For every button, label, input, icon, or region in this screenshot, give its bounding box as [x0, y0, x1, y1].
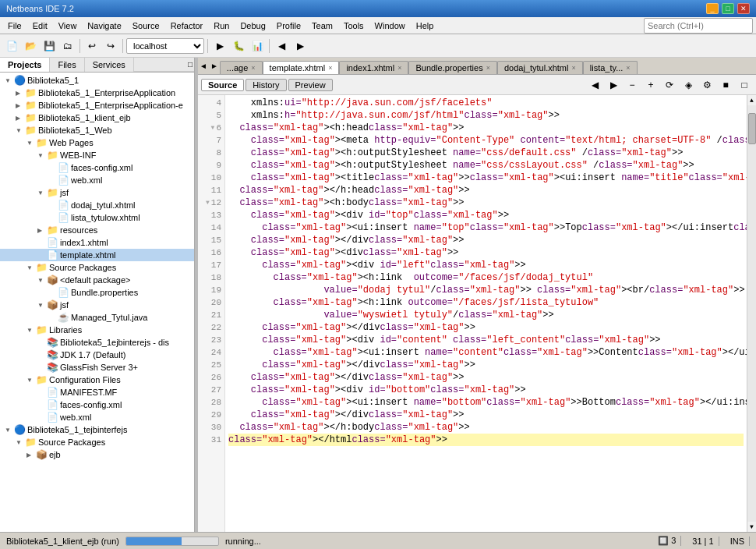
open-file-button[interactable]: 📂	[22, 37, 39, 55]
tree-arrow-icon[interactable]: ▼	[16, 127, 23, 134]
menu-debug[interactable]: Debug	[235, 19, 270, 32]
tree-item[interactable]: 📄template.xhtml	[0, 249, 194, 261]
save-button[interactable]: 💾	[41, 37, 58, 55]
code-line[interactable]: class="xml-tag"></divclass="xml-tag">>	[228, 371, 744, 384]
code-line[interactable]: class="xml-tag"><h:outputStylesheet name…	[228, 159, 744, 172]
menu-tools[interactable]: Tools	[339, 19, 369, 32]
file-tab-bundle-close[interactable]: ×	[486, 64, 490, 72]
file-tab-dodaj[interactable]: dodaj_tytul.xhtml ×	[497, 61, 583, 74]
tree-item[interactable]: ▼📦<default package>	[0, 274, 194, 286]
code-line[interactable]: class="xml-tag"><div id="left"class="xml…	[228, 259, 744, 271]
code-line[interactable]: class="xml-tag"><div id="content" class=…	[228, 334, 744, 346]
tree-arrow-icon[interactable]: ▼	[16, 439, 23, 446]
tab-scroll-left[interactable]: ◄	[198, 62, 209, 70]
tree-item[interactable]: 📄lista_tytulow.xhtml	[0, 211, 194, 224]
code-line[interactable]: class="xml-tag"><h:bodyclass="xml-tag">>	[228, 197, 744, 209]
file-tab-index-close[interactable]: ×	[397, 64, 401, 72]
source-tab-button[interactable]: Source	[201, 79, 244, 91]
code-line[interactable]: class="xml-tag"><h:link outcome="/faces/…	[228, 271, 744, 284]
code-line[interactable]: class="xml-tag"><meta http-equiv="Conten…	[228, 134, 744, 147]
tree-item[interactable]: ▼🔵Biblioteka5_1	[0, 74, 194, 87]
tree-item[interactable]: ☕Managed_Tytul.java	[0, 311, 194, 324]
profile-button[interactable]: 📊	[249, 37, 266, 55]
file-tab-bundle[interactable]: Bundle.properties ×	[408, 61, 497, 74]
menu-team[interactable]: Team	[307, 19, 337, 32]
tree-item[interactable]: 📄web.xml	[0, 174, 194, 186]
tree-item[interactable]: ▼📁Source Packages	[0, 436, 194, 448]
tree-item[interactable]: 📚Biblioteka5_1ejbinterejs - dis	[0, 336, 194, 349]
tree-item[interactable]: ▼📦jsf	[0, 299, 194, 311]
tree-item[interactable]: 📄faces-config.xml	[0, 161, 194, 174]
file-tab-lista[interactable]: lista_ty... ×	[583, 61, 638, 74]
code-line[interactable]: class="xml-tag"><ui:insert name="content…	[228, 346, 744, 359]
tree-arrow-icon[interactable]: ▼	[37, 277, 45, 284]
sidebar-tab-projects[interactable]: Projects	[0, 58, 50, 72]
sidebar-collapse-icon[interactable]: □	[188, 60, 193, 69]
tree-item[interactable]: ▼🔵Biblioteka5_1_tejbinterfejs	[0, 423, 194, 436]
tree-item[interactable]: ▼📁Web Pages	[0, 136, 194, 149]
tree-arrow-icon[interactable]: ▼	[26, 140, 34, 147]
menu-run[interactable]: Run	[209, 19, 234, 32]
tree-item[interactable]: 📚JDK 1.7 (Default)	[0, 349, 194, 361]
preview-tab-button[interactable]: Preview	[288, 79, 333, 91]
undo-button[interactable]: ↩	[83, 37, 101, 55]
editor-action-4[interactable]: ◈	[680, 76, 697, 94]
menu-file[interactable]: File	[3, 19, 26, 32]
code-line[interactable]: class="xml-tag"><div id="bottom"class="x…	[228, 384, 744, 396]
menu-edit[interactable]: Edit	[28, 19, 52, 32]
sidebar-tab-files[interactable]: Files	[50, 58, 84, 72]
tree-arrow-icon[interactable]: ▼	[26, 264, 34, 271]
tree-item[interactable]: ▶📁Biblioteka5_1_EnterpriseApplication	[0, 87, 194, 99]
tree-arrow-icon[interactable]: ▼	[37, 189, 45, 197]
tree-item[interactable]: 📄dodaj_tytul.xhtml	[0, 199, 194, 211]
vertical-scrollbar[interactable]: ▲ ▼	[747, 95, 756, 532]
file-tab-age-close[interactable]: ×	[251, 64, 255, 72]
tree-arrow-icon[interactable]: ▼	[26, 377, 34, 384]
code-line[interactable]: class="xml-tag"><ui:insert name="bottom"…	[228, 396, 744, 409]
tree-arrow-icon[interactable]: ▶	[16, 90, 23, 97]
redo-button[interactable]: ↪	[102, 37, 119, 55]
save-all-button[interactable]: 🗂	[59, 37, 76, 55]
code-line[interactable]: value="dodaj tytul"/class="xml-tag">> cl…	[228, 284, 744, 296]
editor-action-7[interactable]: □	[736, 76, 753, 94]
scroll-up-arrow[interactable]: ▲	[748, 95, 755, 105]
tree-item[interactable]: ▶📁Biblioteka5_1_klient_ejb	[0, 112, 194, 124]
code-line[interactable]: class="xml-tag"><h:link outcome="/faces/…	[228, 296, 744, 309]
tree-arrow-icon[interactable]: ▼	[37, 302, 45, 309]
tree-arrow-icon[interactable]: ▶	[16, 102, 23, 109]
minimize-button[interactable]: _	[706, 3, 719, 14]
tree-arrow-icon[interactable]: ▼	[37, 152, 45, 159]
tree-item[interactable]: ▶📦ejb	[0, 448, 194, 461]
tree-item[interactable]: 📄Bundle.properties	[0, 286, 194, 299]
menu-source[interactable]: Source	[128, 19, 164, 32]
file-tab-template-close[interactable]: ×	[328, 64, 332, 72]
scroll-down-arrow[interactable]: ▼	[748, 522, 755, 532]
editor-action-6[interactable]: ■	[717, 76, 734, 94]
tree-arrow-icon[interactable]: ▶	[37, 227, 45, 234]
file-tab-lista-close[interactable]: ×	[626, 64, 630, 72]
tree-item[interactable]: ▼📁Biblioteka5_1_Web	[0, 124, 194, 136]
tree-item[interactable]: 📄MANIFEST.MF	[0, 386, 194, 398]
code-line[interactable]: class="xml-tag"><div id="top"class="xml-…	[228, 209, 744, 221]
menu-profile[interactable]: Profile	[272, 19, 306, 32]
file-tab-age[interactable]: ...age ×	[220, 61, 263, 74]
code-line[interactable]: class="xml-tag"></divclass="xml-tag">>	[228, 409, 744, 421]
server-combo[interactable]: localhost	[126, 38, 204, 54]
tree-item[interactable]: ▶📁Biblioteka5_1_EnterpriseApplication-e	[0, 99, 194, 112]
editor-action-1[interactable]: ◀	[586, 76, 603, 94]
maximize-button[interactable]: □	[722, 3, 734, 14]
code-line[interactable]: xmlns:ui="http://java.sun.com/jsf/facele…	[228, 97, 744, 109]
editor-zoom-out[interactable]: −	[624, 76, 641, 94]
fold-icon[interactable]: ▼	[211, 122, 215, 134]
tree-item[interactable]: ▶📁resources	[0, 224, 194, 236]
tree-item[interactable]: 📄web.xml	[0, 411, 194, 423]
tree-arrow-icon[interactable]: ▶	[26, 452, 34, 459]
scroll-track[interactable]	[747, 105, 756, 522]
debug-button[interactable]: 🐛	[230, 37, 247, 55]
tree-arrow-icon[interactable]: ▼	[26, 327, 34, 334]
editor-action-2[interactable]: ▶	[605, 76, 622, 94]
menu-navigate[interactable]: Navigate	[83, 19, 125, 32]
tree-item[interactable]: ▼📁Libraries	[0, 324, 194, 336]
file-tab-dodaj-close[interactable]: ×	[571, 64, 575, 72]
menu-help[interactable]: Help	[412, 19, 439, 32]
